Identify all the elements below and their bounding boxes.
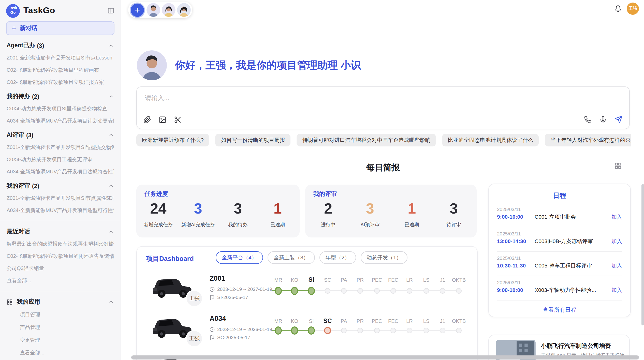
sidebar-item-product-mgmt[interactable]: 产品管理	[20, 324, 114, 331]
list-item[interactable]: Z001-全新燃油轻卡产品开发项目SI节点属性5D文件评审	[7, 195, 114, 202]
news-title: 小鹏飞行汽车制造公司增资	[541, 342, 624, 350]
user-avatar[interactable]: 王强	[627, 3, 639, 15]
section-count: (3)	[26, 132, 33, 138]
divider	[497, 251, 622, 252]
suggestion-chip[interactable]: 比亚迪全固态电池计划具体说了什么	[442, 134, 539, 146]
stat-card-task-progress: 任务进度 24新增完成任务 3新增AI完成任务 3我的待办 1已逾期	[136, 185, 300, 237]
new-chat-button[interactable]: 新对话	[6, 21, 114, 35]
paperclip-icon[interactable]	[143, 116, 151, 124]
chat-input[interactable]	[144, 94, 502, 102]
milestone-dot	[341, 328, 347, 333]
owner-badge: 王强	[186, 290, 203, 307]
avatar[interactable]	[162, 3, 175, 17]
join-link[interactable]: 加入	[611, 214, 622, 221]
view-all-link[interactable]: 查看全部...	[20, 349, 114, 356]
filter-chip[interactable]: 年型（2）	[319, 251, 356, 264]
list-item[interactable]: A034-全新新能源MUV产品开发项目造型可行性评审	[7, 207, 114, 214]
grid-icon	[7, 299, 13, 305]
phone-icon[interactable]	[584, 116, 592, 123]
taskgo-logo: Task Go	[6, 4, 20, 18]
section-count: (2)	[32, 93, 39, 99]
schedule-event-title: C001-立项审批会	[535, 214, 576, 221]
chat-input-box	[136, 86, 630, 129]
avatar[interactable]	[177, 3, 191, 17]
filter-chip[interactable]: 动总开发（1）	[360, 251, 408, 264]
project-flag: SI-2025-05-17	[210, 294, 248, 300]
milestone-dot	[440, 328, 445, 333]
milestone-label: SI	[309, 318, 314, 324]
chevron-up-icon[interactable]	[108, 43, 114, 48]
filter-chip[interactable]: 全新上装（3）	[268, 251, 315, 264]
divider	[497, 300, 622, 301]
briefing-title: 每日简报	[136, 162, 630, 173]
clock-icon	[210, 287, 215, 292]
project-dates-text: 2023-12-19 ~ 2026-01-19	[217, 326, 272, 332]
milestone-label: KO	[291, 318, 298, 324]
join-link[interactable]: 加入	[611, 287, 622, 294]
view-all-link[interactable]: 查看全部...	[7, 277, 114, 284]
scissors-icon[interactable]	[174, 116, 182, 124]
chevron-up-icon[interactable]	[108, 299, 114, 305]
filter-chip[interactable]: 全新平台（4）	[216, 251, 263, 264]
vertical-scrollbar[interactable]	[641, 184, 644, 325]
milestone-dot	[440, 288, 445, 294]
join-link[interactable]: 加入	[611, 238, 622, 245]
stat-label: 我的待办	[218, 222, 258, 228]
section-header-ai-review[interactable]: AI评审(3)	[7, 131, 114, 139]
sidebar-item-project-mgmt[interactable]: 项目管理	[20, 311, 114, 318]
image-icon[interactable]	[159, 116, 166, 124]
list-item[interactable]: C02-飞腾新能源轻客改款项目立项汇报方案	[7, 79, 114, 86]
send-icon[interactable]	[614, 115, 623, 124]
milestone-dot	[390, 328, 396, 333]
suggestion-chip[interactable]: 如何写一份清晰的项目周报	[215, 134, 291, 146]
view-all-schedule-link[interactable]: 查看所有日程	[489, 306, 630, 314]
chevron-up-icon[interactable]	[108, 183, 114, 189]
section-header-recent[interactable]: 最近对话	[7, 228, 114, 235]
list-item[interactable]: Z001-全新燃油皮卡产品开发项目SI节点Lesson Learn报告	[7, 54, 114, 62]
grid-icon[interactable]	[614, 162, 622, 169]
schedule-date: 2025/03/11	[497, 255, 521, 261]
milestone-dot	[374, 328, 380, 333]
project-flag-text: SC-2025-05-17	[217, 335, 250, 340]
stat-card-title: 任务进度	[144, 190, 168, 198]
stat-item: 24新增完成任务	[138, 201, 178, 228]
schedule-time: 9:00-10:00	[497, 287, 523, 293]
list-item[interactable]: C02-飞腾新能源轻客改款项目里程碑画布	[7, 67, 114, 74]
section-label: 我的评审	[7, 182, 30, 190]
horizontal-scrollbar[interactable]	[131, 355, 639, 359]
mic-icon[interactable]	[599, 116, 607, 123]
chevron-up-icon[interactable]	[108, 229, 114, 234]
dashboard-filters: 全新平台（4） 全新上装（3） 年型（2） 动总开发（1）	[216, 251, 408, 264]
chevron-up-icon[interactable]	[108, 132, 114, 138]
section-header-agent-done[interactable]: Agent已办(3)	[7, 42, 114, 49]
list-item[interactable]: Z001-全新燃油轻卡产品开发项目SI造型提交物评审	[7, 144, 114, 151]
schedule-time: 9:00-10:00	[497, 214, 523, 220]
sidebar-collapse-icon[interactable]	[107, 7, 114, 14]
chevron-up-icon[interactable]	[108, 94, 114, 99]
stat-card-my-reviews: 我的评审 2进行中 3AI预评审 1已逾期 3待评审	[305, 185, 477, 237]
list-item[interactable]: 解释最新出台的欧盟报废车法规再生塑料比例被调至15%...	[7, 241, 114, 248]
milestone-label: PEC	[372, 318, 382, 324]
sidebar-item-change-mgmt[interactable]: 变更管理	[20, 337, 114, 344]
bell-icon[interactable]	[614, 5, 622, 12]
app-title: TaskGo	[23, 6, 104, 16]
list-item[interactable]: C0X4-动力总成开发项目工程变更评审	[7, 156, 114, 163]
section-count: (2)	[32, 183, 39, 189]
milestone-label: PEC	[372, 277, 382, 283]
suggestion-chip[interactable]: 特朗普可能对进口汽车增税会对中国车企造成哪些影响	[297, 134, 436, 146]
join-link[interactable]: 加入	[611, 262, 622, 269]
suggestion-chip[interactable]: 当下年轻人对汽车外观有怎样的喜好趋势	[545, 134, 631, 146]
list-item[interactable]: A034-全新新能源MUV产品开发项目法规符合性评审	[7, 168, 114, 175]
list-item[interactable]: A034-全新新能源MUV产品开发项目计划变更表编写	[7, 117, 114, 125]
section-label: Agent已办	[7, 42, 35, 49]
list-item[interactable]: C0X4-动力总成开发项目SI里程碑提交物检查	[7, 105, 114, 112]
list-item[interactable]: 公司Q3轻卡销量	[7, 265, 114, 272]
section-header-my-todo[interactable]: 我的待办(2)	[7, 93, 114, 100]
new-session-button[interactable]	[130, 2, 145, 18]
list-item[interactable]: C02-飞腾新能源轻客改款项目的闭环通告反馈情况	[7, 253, 114, 260]
avatar[interactable]	[147, 3, 160, 17]
sidebar-item-my-apps[interactable]: 我的应用	[7, 298, 114, 306]
suggestion-chip[interactable]: 欧洲新规最近颁布了什么?	[136, 134, 209, 146]
greeting-text: 你好，王强，我是你的项目管理助理 小识	[175, 58, 361, 72]
section-header-my-review[interactable]: 我的评审(2)	[7, 182, 114, 190]
